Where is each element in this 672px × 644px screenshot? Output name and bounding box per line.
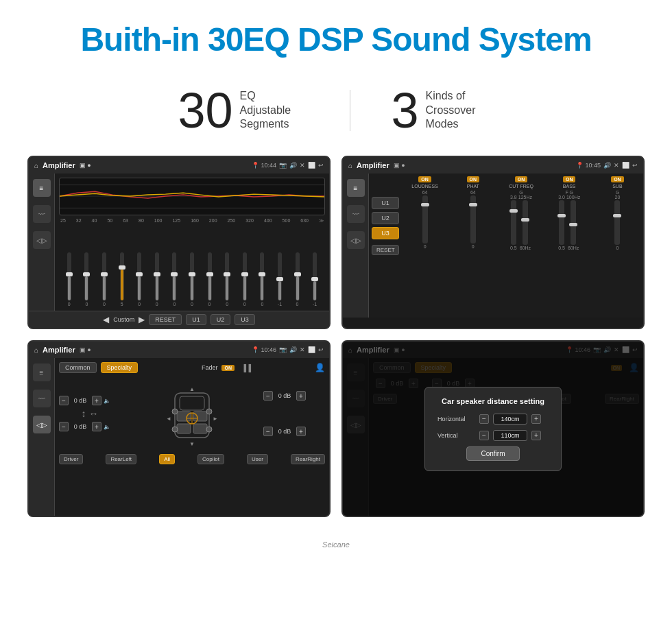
eq-preset-name: Custom bbox=[113, 316, 134, 323]
eq-slider-13[interactable]: 0 bbox=[289, 252, 307, 307]
eq-slider-9[interactable]: 0 bbox=[218, 252, 236, 307]
eq-u2-btn[interactable]: U2 bbox=[211, 314, 231, 325]
eq-u1-btn[interactable]: U1 bbox=[186, 314, 206, 325]
btn-user[interactable]: User bbox=[247, 454, 268, 464]
topbar-title-3: Amplifier bbox=[43, 346, 75, 354]
topbar-x-3[interactable]: ✕ bbox=[300, 346, 305, 353]
eq-slider-10[interactable]: 0 bbox=[236, 252, 254, 307]
sidebar-vol-2[interactable]: ◁▷ bbox=[347, 231, 365, 249]
dsp-preset-u1[interactable]: U1 bbox=[372, 197, 399, 209]
eq-slider-0[interactable]: 0 bbox=[60, 252, 78, 307]
eq-u3-btn[interactable]: U3 bbox=[235, 314, 255, 325]
btn-all[interactable]: All bbox=[159, 454, 175, 464]
dsp-on-loudness[interactable]: ON bbox=[418, 176, 431, 182]
sidebar-wave-3[interactable]: 〰 bbox=[33, 390, 51, 407]
dsp-channel-cutfreq: ON CUT FREQ G 3.8 0.5 125Hz bbox=[498, 176, 544, 315]
eq-bottom-bar: ◀ Custom ▶ RESET U1 U2 U3 bbox=[29, 311, 329, 328]
dsp-on-cutfreq[interactable]: ON bbox=[515, 176, 528, 182]
sidebar-vol-1[interactable]: ◁▷ bbox=[33, 231, 51, 249]
dialog-val-horizontal: 140cm bbox=[493, 414, 527, 425]
topbar-right-1: 📍 10:44 📷 🔊 ✕ ⬜ ↩ bbox=[252, 162, 324, 169]
sidebar-eq-1[interactable]: ≡ bbox=[33, 179, 51, 197]
dsp-name-loudness: LOUDNESS bbox=[411, 184, 438, 189]
eq-slider-12[interactable]: -1 bbox=[271, 252, 289, 307]
topbar-vol-1: 🔊 bbox=[289, 162, 297, 169]
topbar-x-2[interactable]: ✕ bbox=[614, 162, 619, 169]
balance-left-col: − 0 dB + 🔈 ↕ ↔ − 0 dB + bbox=[59, 396, 121, 431]
topbar-back-2[interactable]: ↩ bbox=[632, 162, 638, 169]
btn-driver[interactable]: Driver bbox=[59, 454, 83, 464]
topbar-1: ⌂ Amplifier ▣ ● 📍 10:44 📷 🔊 ✕ ⬜ ↩ bbox=[29, 157, 329, 174]
topbar-x-1[interactable]: ✕ bbox=[300, 162, 305, 169]
db-plus-fl[interactable]: + bbox=[92, 396, 101, 405]
db-plus-rl[interactable]: + bbox=[92, 422, 101, 431]
eq-slider-5[interactable]: 0 bbox=[148, 252, 166, 307]
watermark-text: Seicane bbox=[322, 540, 350, 549]
eq-slider-8[interactable]: 0 bbox=[201, 252, 219, 307]
balance-main: Common Specialty Fader ON ▐▐ 👤 − bbox=[55, 358, 329, 516]
dsp-preset-u2[interactable]: U2 bbox=[372, 212, 399, 224]
dsp-reset-btn[interactable]: RESET bbox=[372, 245, 399, 255]
db-minus-fl[interactable]: − bbox=[59, 396, 69, 405]
sidebar-1: ≡ 〰 ◁▷ bbox=[29, 174, 55, 311]
eq-reset-btn[interactable]: RESET bbox=[149, 314, 182, 325]
dsp-on-bass[interactable]: ON bbox=[563, 176, 576, 182]
dsp-on-phat[interactable]: ON bbox=[467, 176, 480, 182]
topbar-home-3[interactable]: ⌂ bbox=[34, 346, 38, 354]
dsp-on-sub[interactable]: ON bbox=[611, 176, 624, 182]
sidebar-eq-3[interactable]: ≡ bbox=[33, 363, 51, 381]
topbar-sq-3[interactable]: ⬜ bbox=[308, 346, 315, 353]
dsp-presets: U1 U2 U3 RESET bbox=[372, 176, 399, 315]
eq-slider-7[interactable]: 0 bbox=[183, 252, 201, 307]
topbar-right-3: 📍 10:46 📷 🔊 ✕ ⬜ ↩ bbox=[252, 346, 324, 353]
topbar-home-1[interactable]: ⌂ bbox=[34, 162, 38, 169]
btn-rearleft[interactable]: RearLeft bbox=[106, 454, 136, 464]
dsp-main: U1 U2 U3 RESET ON LOUDNESS 64 0 bbox=[369, 174, 643, 318]
profile-icon[interactable]: 👤 bbox=[315, 363, 325, 372]
topbar-home-2[interactable]: ⌂ bbox=[348, 162, 352, 169]
screen-dsp: ⌂ Amplifier ▣ ● 📍 10:45 🔊 ✕ ⬜ ↩ ≡ 〰 ◁▷ bbox=[341, 156, 645, 329]
sidebar-wave-2[interactable]: 〰 bbox=[347, 205, 365, 223]
db-plus-rr[interactable]: + bbox=[296, 427, 306, 436]
dialog-plus-v[interactable]: + bbox=[531, 431, 541, 440]
sidebar-wave-1[interactable]: 〰 bbox=[33, 205, 51, 223]
db-plus-fr[interactable]: + bbox=[296, 391, 306, 401]
screen-content-2: ≡ 〰 ◁▷ U1 U2 U3 RESET ON LOUDNES bbox=[343, 174, 643, 318]
dsp-name-bass: BASS bbox=[563, 184, 576, 189]
btn-rearright[interactable]: RearRight bbox=[291, 454, 325, 464]
svg-point-12 bbox=[172, 409, 178, 414]
sidebar-vol-3[interactable]: ◁▷ bbox=[33, 416, 51, 433]
dialog-minus-v[interactable]: − bbox=[479, 431, 489, 440]
stat-crossover-label: Kinds ofCrossover Modes bbox=[426, 89, 494, 132]
dsp-preset-u3[interactable]: U3 bbox=[372, 227, 399, 239]
eq-slider-2[interactable]: 0 bbox=[95, 252, 113, 307]
dialog-plus-h[interactable]: + bbox=[531, 414, 541, 424]
db-minus-fr[interactable]: − bbox=[263, 391, 273, 401]
topbar-sq-2[interactable]: ⬜ bbox=[622, 162, 629, 169]
confirm-button[interactable]: Confirm bbox=[466, 446, 519, 461]
eq-slider-6[interactable]: 0 bbox=[166, 252, 184, 307]
eq-prev-arrow[interactable]: ◀ bbox=[103, 315, 109, 324]
topbar-icon-edit-1: ▣ ● bbox=[80, 162, 91, 169]
eq-slider-3[interactable]: 5 bbox=[113, 252, 131, 307]
eq-slider-11[interactable]: 0 bbox=[254, 252, 272, 307]
sidebar-eq-2[interactable]: ≡ bbox=[347, 179, 365, 197]
db-minus-rr[interactable]: − bbox=[263, 427, 273, 436]
btn-copilot[interactable]: Copilot bbox=[197, 454, 224, 464]
db-minus-rl[interactable]: − bbox=[59, 422, 69, 431]
topbar-back-1[interactable]: ↩ bbox=[318, 162, 324, 169]
topbar-sq-1[interactable]: ⬜ bbox=[308, 162, 315, 169]
fader-on-badge[interactable]: ON bbox=[221, 365, 235, 371]
eq-slider-1[interactable]: 0 bbox=[78, 252, 96, 307]
balance-tab-specialty[interactable]: Specialty bbox=[101, 362, 139, 373]
eq-slider-14[interactable]: -1 bbox=[306, 252, 324, 307]
dsp-name-sub: SUB bbox=[612, 184, 622, 189]
balance-tab-common[interactable]: Common bbox=[59, 362, 97, 373]
page-title: Buith-in 30EQ DSP Sound System bbox=[14, 21, 658, 58]
eq-next-arrow[interactable]: ▶ bbox=[139, 315, 145, 324]
dialog-minus-h[interactable]: − bbox=[479, 414, 489, 424]
eq-slider-4[interactable]: 0 bbox=[130, 252, 148, 307]
dsp-name-cutfreq: CUT FREQ bbox=[509, 184, 533, 189]
page-header: Buith-in 30EQ DSP Sound System bbox=[0, 0, 672, 72]
topbar-back-3[interactable]: ↩ bbox=[318, 346, 324, 353]
